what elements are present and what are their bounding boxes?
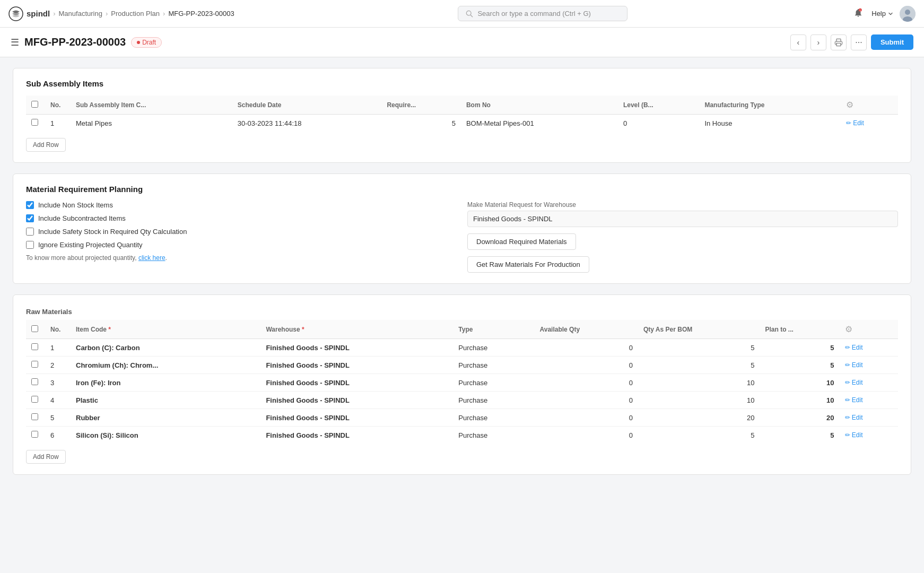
rm-col-no-header: No. xyxy=(45,320,71,339)
main-content: Sub Assembly Items No. Sub Assembly Item… xyxy=(0,57,924,496)
more-options-button[interactable]: ··· xyxy=(851,34,867,50)
rm-col-type-header: Type xyxy=(453,320,534,339)
rm-row-edit-cell: ✏ Edit xyxy=(840,374,899,392)
rm-row-available-qty: 0 xyxy=(534,339,638,357)
rm-col-plan-to-header: Plan to ... xyxy=(760,320,840,339)
include-safety-stock-text: Include Safety Stock in Required Qty Cal… xyxy=(38,228,187,236)
rm-row-qty-per-bom: 10 xyxy=(638,374,760,392)
rm-edit-row-button[interactable]: ✏ Edit xyxy=(845,396,863,404)
table-row: 2 Chromium (Ch): Chrom... Finished Goods… xyxy=(26,357,898,374)
next-record-button[interactable]: › xyxy=(810,34,826,50)
select-all-subassembly[interactable] xyxy=(31,101,38,108)
help-button[interactable]: Help xyxy=(871,10,893,18)
rm-row-warehouse: Finished Goods - SPINDL xyxy=(260,427,453,444)
ignore-projected-label[interactable]: Ignore Existing Projected Quantity xyxy=(26,241,457,249)
mrp-section: Material Requirement Planning Include No… xyxy=(13,173,911,284)
top-navigation: spindl › Manufacturing › Production Plan… xyxy=(0,0,924,28)
col-schedule-date-header: Schedule Date xyxy=(232,96,382,115)
app-logo[interactable]: spindl xyxy=(8,6,50,21)
svg-point-6 xyxy=(905,10,910,15)
row-no: 1 xyxy=(45,115,71,132)
rm-row-item-code: Carbon (C): Carbon xyxy=(71,339,260,357)
rm-row-checkbox[interactable] xyxy=(31,343,38,350)
rm-row-available-qty: 0 xyxy=(534,357,638,374)
get-raw-materials-button[interactable]: Get Raw Materials For Production xyxy=(467,256,589,273)
hamburger-menu[interactable]: ☰ xyxy=(11,37,19,48)
raw-materials-section: Raw Materials No. Item Code * Warehouse … xyxy=(13,294,911,475)
user-avatar-icon xyxy=(900,6,916,22)
help-label: Help xyxy=(871,10,886,18)
col-actions-header: ⚙ xyxy=(841,96,898,115)
include-subcontracted-label[interactable]: Include Subcontracted Items xyxy=(26,214,457,222)
prev-record-button[interactable]: ‹ xyxy=(790,34,806,50)
table-settings-button[interactable]: ⚙ xyxy=(846,100,853,110)
warehouse-value[interactable]: Finished Goods - SPINDL xyxy=(467,211,898,227)
rm-edit-row-button[interactable]: ✏ Edit xyxy=(845,414,863,421)
col-item-code-header: Sub Assembly Item C... xyxy=(71,96,232,115)
nav-right: 1 Help xyxy=(851,6,916,22)
rm-table-settings-button[interactable]: ⚙ xyxy=(845,324,852,334)
subassembly-table: No. Sub Assembly Item C... Schedule Date… xyxy=(26,96,898,132)
add-row-subassembly-button[interactable]: Add Row xyxy=(26,138,66,152)
rm-row-checkbox[interactable] xyxy=(31,413,38,420)
notifications-button[interactable]: 1 xyxy=(851,6,865,22)
rm-row-checkbox[interactable] xyxy=(31,361,38,368)
click-here-link[interactable]: click here xyxy=(138,254,165,262)
search-icon xyxy=(466,10,473,18)
rm-row-plan-to: 5 xyxy=(760,427,840,444)
rm-row-warehouse: Finished Goods - SPINDL xyxy=(260,374,453,392)
rm-row-edit-cell: ✏ Edit xyxy=(840,392,899,409)
mrp-left: Include Non Stock Items Include Subcontr… xyxy=(26,201,457,273)
rm-row-warehouse: Finished Goods - SPINDL xyxy=(260,339,453,357)
row-required: 5 xyxy=(381,115,460,132)
rm-edit-row-button[interactable]: ✏ Edit xyxy=(845,344,863,351)
rm-row-plan-to: 10 xyxy=(760,374,840,392)
rm-edit-row-button[interactable]: ✏ Edit xyxy=(845,431,863,439)
edit-row-button[interactable]: ✏ Edit xyxy=(846,119,864,127)
mrp-title: Material Requirement Planning xyxy=(26,185,898,194)
rm-row-qty-per-bom: 5 xyxy=(638,339,760,357)
rm-row-checkbox-cell xyxy=(26,339,45,357)
bell-icon: 1 xyxy=(853,8,863,18)
rm-row-qty-per-bom: 5 xyxy=(638,427,760,444)
rm-row-checkbox[interactable] xyxy=(31,396,38,403)
document-title: MFG-PP-2023-00003 xyxy=(24,36,126,48)
rm-col-available-qty-header: Available Qty xyxy=(534,320,638,339)
include-safety-stock-checkbox[interactable] xyxy=(26,228,34,236)
rm-row-qty-per-bom: 20 xyxy=(638,409,760,427)
breadcrumb-manufacturing[interactable]: Manufacturing xyxy=(59,10,102,18)
rm-row-plan-to: 20 xyxy=(760,409,840,427)
print-button[interactable] xyxy=(831,34,847,50)
include-safety-stock-label[interactable]: Include Safety Stock in Required Qty Cal… xyxy=(26,228,457,236)
download-required-materials-button[interactable]: Download Required Materials xyxy=(467,233,576,250)
rm-row-available-qty: 0 xyxy=(534,392,638,409)
rm-row-checkbox[interactable] xyxy=(31,431,38,438)
ignore-projected-text: Ignore Existing Projected Quantity xyxy=(38,241,143,249)
include-non-stock-checkbox[interactable] xyxy=(26,201,34,209)
rm-edit-row-button[interactable]: ✏ Edit xyxy=(845,361,863,369)
avatar[interactable] xyxy=(900,6,916,22)
add-row-raw-materials-button[interactable]: Add Row xyxy=(26,450,66,464)
search-bar[interactable]: Search or type a command (Ctrl + G) xyxy=(458,6,627,21)
rm-row-checkbox[interactable] xyxy=(31,378,38,385)
info-text: To know more about projected quantity, c… xyxy=(26,254,457,262)
row-bom-no: BOM-Metal Pipes-001 xyxy=(461,115,618,132)
row-edit-cell: ✏ Edit xyxy=(841,115,898,132)
include-non-stock-label[interactable]: Include Non Stock Items xyxy=(26,201,457,209)
row-checkbox[interactable] xyxy=(31,119,38,126)
col-required-header: Require... xyxy=(381,96,460,115)
breadcrumb-production-plan[interactable]: Production Plan xyxy=(111,10,160,18)
table-row: 1 Carbon (C): Carbon Finished Goods - SP… xyxy=(26,339,898,357)
submit-button[interactable]: Submit xyxy=(871,34,913,50)
select-all-raw[interactable] xyxy=(31,325,38,332)
include-subcontracted-checkbox[interactable] xyxy=(26,214,34,222)
warehouse-field: Make Material Request for Warehouse Fini… xyxy=(467,201,898,227)
chevron-down-icon xyxy=(888,11,893,16)
mrp-right: Make Material Request for Warehouse Fini… xyxy=(467,201,898,273)
status-dot xyxy=(137,41,140,44)
col-mfg-type-header: Manufacturing Type xyxy=(699,96,840,115)
breadcrumb-sep-1: › xyxy=(53,10,55,18)
ignore-projected-checkbox[interactable] xyxy=(26,241,34,249)
rm-edit-row-button[interactable]: ✏ Edit xyxy=(845,379,863,386)
rm-row-edit-cell: ✏ Edit xyxy=(840,357,899,374)
